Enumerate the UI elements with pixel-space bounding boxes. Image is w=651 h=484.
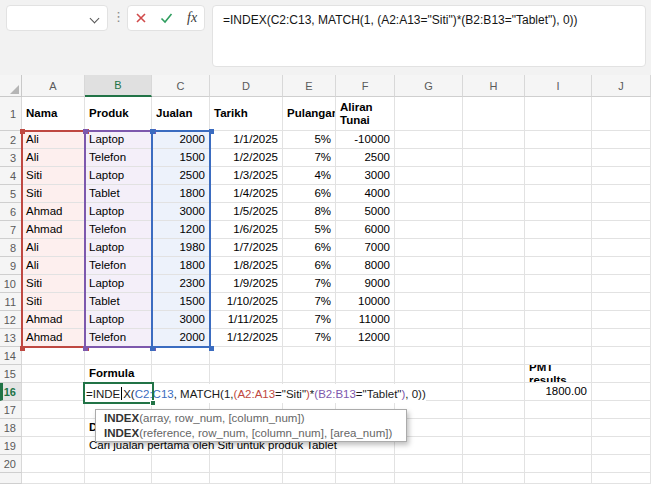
cell-F9[interactable]: 8000 <box>336 257 395 275</box>
cell-J2[interactable] <box>592 131 651 149</box>
cell-C5[interactable]: 1800 <box>152 185 210 203</box>
cell-F5[interactable]: 4000 <box>336 185 395 203</box>
column-header-B[interactable]: B <box>85 75 152 97</box>
cell-C3[interactable]: 1500 <box>152 149 210 167</box>
cell-H8[interactable] <box>463 239 525 257</box>
cell-H12[interactable] <box>463 311 525 329</box>
cell-J17[interactable] <box>592 401 651 419</box>
cell-G14[interactable] <box>395 347 463 365</box>
cell-D12[interactable]: 1/11/2025 <box>210 311 283 329</box>
cell-C2[interactable]: 2000 <box>152 131 210 149</box>
cell-E12[interactable]: 7% <box>283 311 336 329</box>
row-header-13[interactable]: 13 <box>0 329 22 347</box>
cell-H16[interactable] <box>463 383 525 401</box>
cell-E14[interactable] <box>283 347 336 365</box>
cell-A11[interactable]: Siti <box>22 293 85 311</box>
cell-B8[interactable]: Laptop <box>85 239 152 257</box>
cell-A6[interactable]: Ahmad <box>22 203 85 221</box>
cell-J8[interactable] <box>592 239 651 257</box>
cell-B3[interactable]: Telefon <box>85 149 152 167</box>
cell-G4[interactable] <box>395 167 463 185</box>
column-header-J[interactable]: J <box>592 75 651 97</box>
cell-J10[interactable] <box>592 275 651 293</box>
cell-I6[interactable] <box>525 203 592 221</box>
column-header-A[interactable]: A <box>22 75 85 97</box>
cell-D2[interactable]: 1/1/2025 <box>210 131 283 149</box>
cell-B14[interactable] <box>85 347 152 365</box>
cell-G13[interactable] <box>395 329 463 347</box>
row-header-3[interactable]: 3 <box>0 149 22 167</box>
cell-D13[interactable]: 1/12/2025 <box>210 329 283 347</box>
cell-I12[interactable] <box>525 311 592 329</box>
cell-F13[interactable]: 12000 <box>336 329 395 347</box>
cell-B9[interactable]: Telefon <box>85 257 152 275</box>
row-header-19[interactable]: 19 <box>0 437 22 455</box>
cell-A17[interactable] <box>22 401 85 419</box>
cell-F15[interactable] <box>336 365 395 383</box>
cell-A20[interactable] <box>22 455 85 473</box>
cell-E21[interactable] <box>283 473 336 484</box>
cell-D21[interactable] <box>210 473 283 484</box>
cell-H21[interactable] <box>463 473 525 484</box>
cell-J18[interactable] <box>592 419 651 437</box>
cell-A18[interactable] <box>22 419 85 437</box>
column-header-F[interactable]: F <box>336 75 395 97</box>
cell-A3[interactable]: Ali <box>22 149 85 167</box>
cell-J20[interactable] <box>592 455 651 473</box>
cell-J6[interactable] <box>592 203 651 221</box>
cell-G15[interactable] <box>395 365 463 383</box>
cell-J5[interactable] <box>592 185 651 203</box>
cell-A8[interactable]: Ali <box>22 239 85 257</box>
cell-B20[interactable] <box>85 455 152 473</box>
cell-J4[interactable] <box>592 167 651 185</box>
row-header-15[interactable]: 15 <box>0 365 22 383</box>
cell-J9[interactable] <box>592 257 651 275</box>
cell-H3[interactable] <box>463 149 525 167</box>
cell-D4[interactable]: 1/3/2025 <box>210 167 283 185</box>
column-header-E[interactable]: E <box>283 75 336 97</box>
cell-H13[interactable] <box>463 329 525 347</box>
cell-J19[interactable] <box>592 437 651 455</box>
cell-G9[interactable] <box>395 257 463 275</box>
cell-D3[interactable]: 1/2/2025 <box>210 149 283 167</box>
cell-H10[interactable] <box>463 275 525 293</box>
cell-G1[interactable] <box>395 97 463 131</box>
cell-I19[interactable] <box>525 437 592 455</box>
cell-I7[interactable] <box>525 221 592 239</box>
cell-H6[interactable] <box>463 203 525 221</box>
cell-A9[interactable]: Ali <box>22 257 85 275</box>
cell-C14[interactable] <box>152 347 210 365</box>
active-cell-edit-text[interactable]: =INDEX(C2:C13, MATCH(1, (A2:A13="Siti")*… <box>84 384 426 403</box>
cell-H11[interactable] <box>463 293 525 311</box>
cell-I1[interactable] <box>525 97 592 131</box>
cell-H14[interactable] <box>463 347 525 365</box>
row-header-8[interactable]: 8 <box>0 239 22 257</box>
cell-E6[interactable]: 8% <box>283 203 336 221</box>
cell-A7[interactable]: Ahmad <box>22 221 85 239</box>
row-header-17[interactable]: 17 <box>0 401 22 419</box>
cell-B5[interactable]: Tablet <box>85 185 152 203</box>
cell-G21[interactable] <box>395 473 463 484</box>
cell-J21[interactable] <box>592 473 651 484</box>
cell-I11[interactable] <box>525 293 592 311</box>
cell-H20[interactable] <box>463 455 525 473</box>
cell-D10[interactable]: 1/9/2025 <box>210 275 283 293</box>
row-header-12[interactable]: 12 <box>0 311 22 329</box>
cell-C4[interactable]: 2500 <box>152 167 210 185</box>
row-header-2[interactable]: 2 <box>0 131 22 149</box>
cell-I9[interactable] <box>525 257 592 275</box>
cell-A16[interactable] <box>22 383 85 401</box>
cell-H5[interactable] <box>463 185 525 203</box>
cell-A14[interactable] <box>22 347 85 365</box>
cell-F7[interactable]: 6000 <box>336 221 395 239</box>
cell-E3[interactable]: 7% <box>283 149 336 167</box>
cell-C11[interactable]: 1500 <box>152 293 210 311</box>
cell-B21[interactable] <box>85 473 152 484</box>
row-header-4[interactable]: 4 <box>0 167 22 185</box>
cell-J14[interactable] <box>592 347 651 365</box>
cell-J1[interactable] <box>592 97 651 131</box>
cell-G3[interactable] <box>395 149 463 167</box>
row-header-20[interactable]: 20 <box>0 455 22 473</box>
cell-I8[interactable] <box>525 239 592 257</box>
cell-H2[interactable] <box>463 131 525 149</box>
